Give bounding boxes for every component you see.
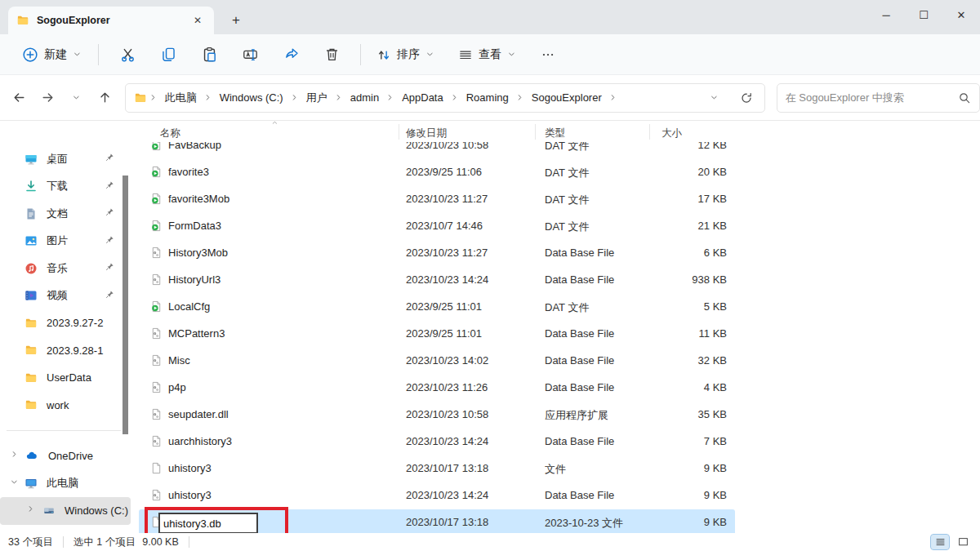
breadcrumb-item[interactable]: AppData bbox=[397, 88, 448, 107]
breadcrumb-item[interactable]: admin bbox=[345, 88, 384, 107]
breadcrumb-item[interactable]: Windows (C:) bbox=[215, 88, 288, 107]
file-date: 2023/10/23 14:24 bbox=[406, 273, 488, 286]
scissors-icon bbox=[120, 47, 136, 62]
sidebar-item-pictures[interactable]: 图片 bbox=[0, 228, 131, 256]
table-row[interactable]: HistoryUrl32023/10/23 14:24Data Base Fil… bbox=[139, 267, 735, 294]
refresh-icon[interactable] bbox=[733, 85, 760, 111]
back-button[interactable] bbox=[7, 85, 33, 111]
forward-button[interactable] bbox=[35, 85, 61, 111]
table-row[interactable]: favorite3Mob2023/10/23 11:27DAT 文件17 KB bbox=[139, 186, 735, 213]
breadcrumb-item[interactable]: 此电脑 bbox=[160, 87, 202, 109]
table-row[interactable]: uhistory32023/10/17 13:18文件9 KB bbox=[139, 455, 735, 482]
table-row[interactable]: uarchhistory32023/10/23 14:24Data Base F… bbox=[139, 429, 735, 455]
sidebar-item-folder[interactable]: UserData bbox=[0, 364, 131, 392]
column-header-name[interactable]: 名称 bbox=[160, 127, 180, 140]
breadcrumb-item[interactable]: 用户 bbox=[301, 87, 332, 109]
table-row[interactable]: Misc2023/10/23 14:02Data Base File32 KB bbox=[139, 348, 735, 375]
sidebar-item-cloud[interactable]: OneDrive bbox=[0, 442, 131, 470]
sidebar-item-label: 音乐 bbox=[47, 261, 131, 276]
details-view-toggle[interactable] bbox=[931, 535, 949, 549]
file-name: uhistory3 bbox=[168, 489, 212, 501]
breadcrumb-separator-icon bbox=[203, 93, 213, 103]
column-header-date[interactable]: 修改日期 bbox=[406, 127, 447, 140]
rename-input[interactable] bbox=[160, 518, 256, 530]
rename-icon bbox=[243, 47, 258, 62]
chevron-right-icon[interactable] bbox=[26, 504, 36, 514]
chevron-right-icon[interactable] bbox=[10, 450, 20, 460]
sort-button[interactable]: 排序 bbox=[369, 42, 443, 67]
rename-button[interactable] bbox=[238, 42, 262, 67]
status-bar: 33 个项目 选中 1 个项目 9.00 KB bbox=[0, 533, 980, 551]
download-icon bbox=[24, 180, 38, 193]
column-divider[interactable] bbox=[535, 124, 536, 140]
table-row[interactable]: seupdater.dll2023/10/23 10:58应用程序扩展35 KB bbox=[139, 402, 735, 429]
tab-close-icon[interactable]: ✕ bbox=[189, 12, 206, 29]
close-button[interactable]: ✕ bbox=[942, 0, 980, 29]
delete-button[interactable] bbox=[319, 42, 344, 67]
column-header-size[interactable]: 大小 bbox=[662, 127, 682, 140]
table-row[interactable]: favorite32023/9/25 11:06DAT 文件20 KB bbox=[139, 159, 735, 186]
dat-file-icon bbox=[150, 166, 163, 178]
copy-button[interactable] bbox=[156, 42, 180, 67]
table-row[interactable]: 2023/10/17 13:182023-10-23 文件9 KB bbox=[139, 509, 735, 533]
table-row[interactable]: uhistory32023/10/23 14:24Data Base File9… bbox=[139, 482, 735, 509]
more-options-button[interactable] bbox=[536, 42, 560, 67]
status-divider bbox=[189, 536, 189, 548]
file-name: HistoryUrl3 bbox=[168, 273, 220, 286]
new-button[interactable]: 新建 bbox=[15, 42, 90, 68]
paste-icon bbox=[202, 47, 217, 62]
up-button[interactable] bbox=[92, 85, 118, 111]
icons-view-toggle[interactable] bbox=[954, 535, 972, 549]
explorer-tab[interactable]: SogouExplorer ✕ bbox=[8, 7, 214, 34]
table-row[interactable]: FormData32023/10/7 14:46DAT 文件21 KB bbox=[139, 213, 735, 240]
file-type: Data Base File bbox=[545, 327, 614, 340]
search-input[interactable] bbox=[786, 91, 951, 104]
sidebar-item-folder[interactable]: 2023.9.27-2 bbox=[0, 309, 131, 337]
search-icon[interactable] bbox=[958, 91, 971, 104]
sidebar-item-folder[interactable]: work bbox=[0, 392, 131, 420]
file-file-icon bbox=[150, 462, 163, 474]
dat-file-icon bbox=[150, 220, 163, 232]
table-row[interactable]: LocalCfg2023/9/25 11:01DAT 文件5 KB bbox=[139, 294, 735, 321]
sidebar-item-drive[interactable]: Windows (C:) bbox=[0, 497, 131, 525]
sidebar-item-video[interactable]: 视频 bbox=[0, 282, 131, 310]
sidebar-item-download[interactable]: 下载 bbox=[0, 173, 131, 201]
column-header-type[interactable]: 类型 bbox=[545, 127, 565, 140]
sidebar: 桌面下载文档图片音乐视频2023.9.27-22023.9.28-1UserDa… bbox=[0, 121, 131, 533]
pin-icon bbox=[105, 153, 116, 163]
breadcrumb-item[interactable]: Roaming bbox=[461, 88, 514, 107]
breadcrumb-separator-icon bbox=[608, 93, 618, 103]
file-name: Misc bbox=[168, 354, 190, 367]
recent-locations-button[interactable] bbox=[64, 85, 90, 111]
sidebar-item-pc[interactable]: 此电脑 bbox=[0, 470, 131, 498]
table-row[interactable]: MCPattern32023/9/25 11:01Data Base File1… bbox=[139, 321, 735, 348]
sidebar-item-document[interactable]: 文档 bbox=[0, 200, 131, 228]
sidebar-item-desktop[interactable]: 桌面 bbox=[0, 145, 131, 173]
sidebar-item-label: 文档 bbox=[47, 207, 131, 221]
share-button[interactable] bbox=[278, 42, 303, 67]
column-divider[interactable] bbox=[399, 124, 399, 140]
ellipsis-icon bbox=[541, 47, 555, 62]
chevron-down-icon[interactable] bbox=[10, 478, 20, 487]
column-divider[interactable] bbox=[649, 124, 650, 140]
window-controls: ─ ☐ ✕ bbox=[867, 0, 980, 29]
db-file-icon bbox=[150, 247, 163, 259]
chevron-down-icon bbox=[425, 50, 435, 60]
maximize-button[interactable]: ☐ bbox=[905, 0, 942, 29]
table-row[interactable]: p4p2023/10/23 11:26Data Base File4 KB bbox=[139, 375, 735, 402]
file-size: 35 KB bbox=[698, 408, 727, 420]
breadcrumb-item[interactable]: SogouExplorer bbox=[527, 88, 607, 107]
cut-button[interactable] bbox=[115, 42, 140, 67]
sidebar-item-folder[interactable]: 2023.9.28-1 bbox=[0, 337, 131, 365]
table-row[interactable]: History3Mob2023/10/23 11:27Data Base Fil… bbox=[139, 240, 735, 267]
minimize-button[interactable]: ─ bbox=[867, 0, 905, 29]
paste-button[interactable] bbox=[197, 42, 221, 67]
address-dropdown-button[interactable] bbox=[702, 85, 728, 111]
view-button[interactable]: 查看 bbox=[451, 42, 524, 67]
new-tab-button[interactable]: + bbox=[224, 9, 248, 32]
file-type: Data Base File bbox=[545, 354, 614, 367]
file-type: DAT 文件 bbox=[545, 220, 589, 234]
sidebar-item-music[interactable]: 音乐 bbox=[0, 255, 131, 282]
file-explorer-window: SogouExplorer ✕ + ─ ☐ ✕ 新建 排序 bbox=[0, 0, 980, 551]
address-bar[interactable]: 此电脑Windows (C:)用户adminAppDataRoamingSogo… bbox=[125, 83, 765, 113]
